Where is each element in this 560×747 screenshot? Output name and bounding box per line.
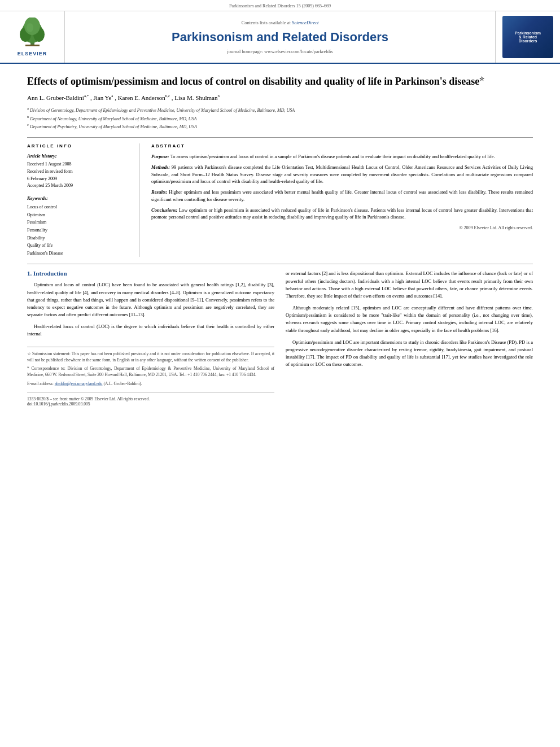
article-body: Effects of optimism/pessimism and locus …: [0, 75, 560, 407]
article-history-label: Article history:: [27, 153, 131, 159]
methods-text: 99 patients with Parkinson's disease com…: [151, 164, 533, 185]
footnote-correspondence: * Correspondence to: Division of Geronto…: [27, 365, 274, 378]
abstract-label: ABSTRACT: [151, 143, 533, 148]
article-title-star: ☆: [479, 76, 484, 82]
journal-title-center: Contents lists available at ScienceDirec…: [65, 11, 495, 63]
accepted-date: Accepted 25 March 2009: [27, 182, 131, 190]
keyword-6: Quality of life: [27, 242, 131, 250]
right-paragraph2: Although moderately related [15], optimi…: [286, 304, 533, 334]
article-title-text: Effects of optimism/pessimism and locus …: [27, 76, 479, 87]
divider-1: [27, 137, 533, 138]
revised-date: 6 February 2009: [27, 176, 131, 183]
affiliation-a: a Division of Gerontology, Department of…: [27, 106, 533, 114]
page-wrapper: Parkinsonism and Related Disorders 15 (2…: [0, 0, 560, 418]
science-direct-line: Contents lists available at ScienceDirec…: [242, 20, 319, 25]
author1-sup: a,*: [84, 94, 89, 98]
abstract-methods: Methods: 99 patients with Parkinson's di…: [151, 164, 533, 185]
main-content-layout: 1. Introduction Optimism and locus of co…: [27, 270, 533, 406]
issn-line: 1353-8020/$ – see front matter © 2009 El…: [27, 396, 274, 401]
author4-sup: b: [217, 94, 220, 98]
right-paragraph1: or external factors [2] and is less disp…: [286, 270, 533, 300]
article-history-content: Received 1 August 2008 Received in revis…: [27, 161, 131, 190]
affiliation-c: c Department of Psychiatry, University o…: [27, 122, 533, 130]
info-abstract-layout: ARTICLE INFO Article history: Received 1…: [27, 143, 533, 257]
author4-name: , Lisa M. Shulman: [172, 94, 218, 101]
intro-paragraph1: Optimism and locus of control (LOC) have…: [27, 281, 274, 318]
journal-main-title: Parkinsonism and Related Disorders: [172, 30, 388, 45]
footnote-email: E-mail address: abaldin@epi.umaryland.ed…: [27, 381, 274, 387]
affiliation-b: b Department of Neurology, University of…: [27, 114, 533, 123]
intro-heading: 1. Introduction: [27, 270, 274, 277]
email-link[interactable]: abaldin@epi.umaryland.edu: [55, 381, 103, 386]
article-title: Effects of optimism/pessimism and locus …: [27, 75, 533, 88]
methods-heading: Methods:: [151, 164, 170, 170]
journal-ref-text: Parkinsonism and Related Disorders 15 (2…: [229, 3, 331, 8]
received-revised-label: Received in revised form: [27, 168, 131, 176]
purpose-text: To assess optimism/pessimism and locus o…: [170, 154, 495, 159]
journal-thumb-title: Parkinsonism& RelatedDisorders: [515, 31, 541, 43]
elsevier-tree-icon: [14, 18, 51, 49]
journal-thumb-box: Parkinsonism& RelatedDisorders: [495, 11, 560, 63]
article-info-col: ARTICLE INFO Article history: Received 1…: [27, 143, 140, 257]
footnotes-section: ☆ Submission statement: This paper has n…: [27, 347, 274, 387]
keyword-1: Locus of control: [27, 203, 131, 211]
journal-ref-line: Parkinsonism and Related Disorders 15 (2…: [0, 0, 560, 11]
conclusions-text: Low optimism or high pessimism is associ…: [151, 207, 533, 220]
affiliations: a Division of Gerontology, Department of…: [27, 106, 533, 130]
science-direct-link[interactable]: ScienceDirect: [292, 20, 318, 25]
doi-line: doi:10.1016/j.parkreldis.2009.03.005: [27, 401, 274, 407]
purpose-heading: Purpose:: [151, 154, 169, 159]
elsevier-logo-box: ELSEVIER: [0, 11, 65, 63]
svg-point-6: [27, 23, 33, 32]
author3-name: , Karen E. Anderson: [115, 94, 165, 101]
divider-2: [27, 264, 533, 264]
main-right-col: or external factors [2] and is less disp…: [286, 270, 533, 406]
copyright-line: © 2009 Elsevier Ltd. All rights reserved…: [151, 225, 533, 230]
author2-sup: a: [111, 94, 113, 98]
author1-name: Ann L. Gruber-Baldini: [27, 94, 84, 101]
author2-name: , Jian Ye: [90, 94, 111, 101]
abstract-results: Results: Higher optimism and less pessim…: [151, 189, 533, 203]
journal-thumb-image: Parkinsonism& RelatedDisorders: [502, 16, 553, 58]
footnote-star: ☆ Submission statement: This paper has n…: [27, 351, 274, 364]
keyword-7: Parkinson's Disease: [27, 250, 131, 257]
article-info-label: ARTICLE INFO: [27, 143, 131, 148]
received-date: Received 1 August 2008: [27, 161, 131, 168]
keywords-list: Locus of control Optimism Pessimism Pers…: [27, 203, 131, 257]
intro-title: Introduction: [33, 270, 67, 277]
keyword-4: Personality: [27, 226, 131, 234]
intro-number: 1.: [27, 270, 32, 277]
authors-line: Ann L. Gruber-Baldinia,* , Jian Yea , Ka…: [27, 94, 533, 101]
right-paragraph3: Optimism/pessimism and LOC are important…: [286, 339, 533, 369]
keyword-5: Disability: [27, 234, 131, 242]
abstract-purpose: Purpose: To assess optimism/pessimism an…: [151, 153, 533, 160]
abstract-col: ABSTRACT Purpose: To assess optimism/pes…: [151, 143, 533, 257]
bottom-info-bar: 1353-8020/$ – see front matter © 2009 El…: [27, 392, 274, 407]
abstract-conclusions: Conclusions: Low optimism or high pessim…: [151, 207, 533, 221]
svg-rect-1: [25, 45, 40, 46]
conclusions-heading: Conclusions:: [151, 207, 177, 213]
main-left-col: 1. Introduction Optimism and locus of co…: [27, 270, 274, 406]
author3-sup: b,c: [165, 94, 170, 98]
keyword-2: Optimism: [27, 211, 131, 219]
keyword-3: Pessimism: [27, 219, 131, 226]
intro-paragraph2: Health-related locus of control (LOC) is…: [27, 323, 274, 338]
results-text: Higher optimism and less pessimism were …: [151, 189, 533, 202]
journal-homepage-line: journal homepage: www.elsevier.com/locat…: [227, 49, 333, 54]
results-heading: Results:: [151, 189, 167, 195]
keywords-label: Keywords:: [27, 195, 131, 201]
elsevier-label: ELSEVIER: [18, 51, 47, 56]
journal-header: ELSEVIER Contents lists available at Sci…: [0, 11, 560, 64]
science-direct-text: Contents lists available at: [242, 20, 291, 25]
